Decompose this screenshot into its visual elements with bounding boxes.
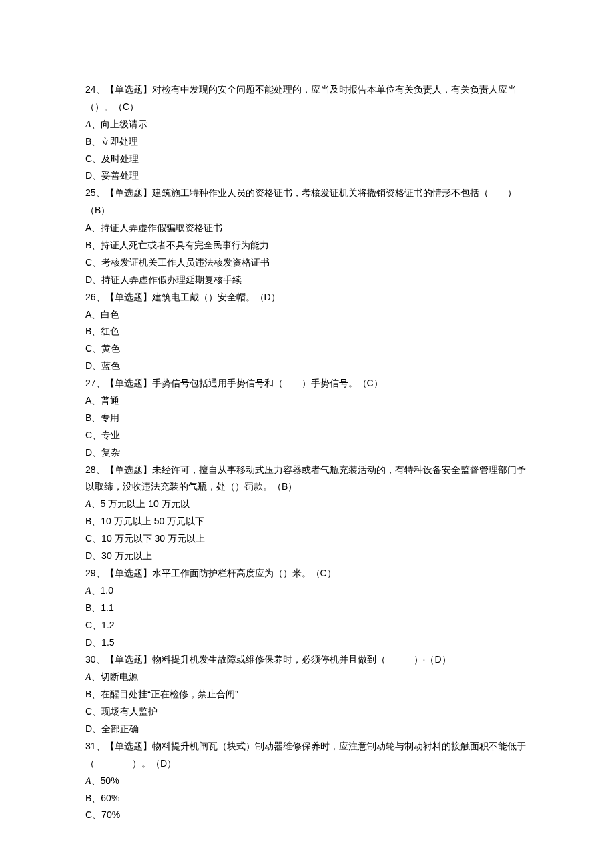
text-line: B、红色 <box>85 323 529 340</box>
text-line: 25、【单选题】建筑施工特种作业人员的资格证书，考核发证机关将撤销资格证书的情形… <box>85 185 529 220</box>
text-line: C、黄色 <box>85 340 529 358</box>
text-line: 28、【单选题】未经许可，擅自从事移动式压力容器或者气瓶充装活动的，有特种设备安… <box>85 462 529 496</box>
text-line: 31、【单选题】物料提升机闸瓦（块式）制动器维修保养时，应注意制动轮与制动衬料的… <box>85 738 529 773</box>
text-line: A、普通 <box>85 392 529 410</box>
text-line: D、妥善处理 <box>85 167 529 185</box>
option-letter: A <box>85 586 91 596</box>
text-line: A、5 万元以上 10 万元以 <box>85 496 529 513</box>
option-text: 、向上级请示 <box>91 119 147 129</box>
text-line: B、60% <box>85 790 529 807</box>
text-line: B、在醒目处挂“正在检修，禁止合闸” <box>85 686 529 703</box>
text-line: B、专用 <box>85 410 529 427</box>
document-body: 24、【单选题】对检有中发现的安全问题不能处理的，应当及时报告本单位有关负责人，… <box>85 81 529 824</box>
option-letter: A <box>85 776 91 786</box>
text-line: C、现场有人监护 <box>85 703 529 721</box>
text-line: D、持证人弄虚作假办理延期复核手续 <box>85 272 529 289</box>
option-letter: A <box>85 499 91 509</box>
option-text: 、1.0 <box>91 585 113 596</box>
text-line: A、向上级请示 <box>85 116 529 133</box>
text-line: 29、【单选题】水平工作面防护栏杆高度应为（）米。（C） <box>85 565 529 582</box>
text-line: A、白色 <box>85 306 529 324</box>
text-line: C、专业 <box>85 427 529 444</box>
text-line: B、立即处理 <box>85 133 529 151</box>
option-text: 、5 万元以上 10 万元以 <box>91 498 190 509</box>
option-text: 、切断电源 <box>91 671 138 682</box>
text-line: D、30 万元以上 <box>85 548 529 565</box>
text-line: A、持证人弄虚作假骗取资格证书 <box>85 220 529 237</box>
text-line: D、全部正确 <box>85 721 529 738</box>
text-line: A、切断电源 <box>85 669 529 686</box>
option-letter: A <box>85 119 91 129</box>
text-line: 24、【单选题】对检有中发现的安全问题不能处理的，应当及时报告本单位有关负责人，… <box>85 81 529 116</box>
text-line: C、及时处理 <box>85 151 529 168</box>
text-line: B、1.1 <box>85 600 529 617</box>
text-line: B、持证人死亡或者不具有完全民事行为能力 <box>85 237 529 254</box>
text-line: A、1.0 <box>85 582 529 600</box>
option-letter: A <box>85 672 91 682</box>
text-line: 27、【单选题】手势信号包括通用手势信号和（ ）手势信号。（C） <box>85 375 529 392</box>
text-line: 26、【单选题】建筑电工戴（）安全帽。（D） <box>85 289 529 306</box>
text-line: C、考核发证机关工作人员违法核发资格证书 <box>85 254 529 272</box>
text-line: D、1.5 <box>85 634 529 652</box>
text-line: C、10 万元以下 30 万元以上 <box>85 530 529 548</box>
text-line: D、复杂 <box>85 444 529 462</box>
text-line: C、70% <box>85 807 529 824</box>
text-line: D、蓝色 <box>85 358 529 375</box>
text-line: B、10 万元以上 50 万元以下 <box>85 513 529 530</box>
option-text: 、50% <box>91 775 119 786</box>
text-line: 30、【单选题】物料提升机发生故障或维修保养时，必须停机并且做到（ ）·（D） <box>85 651 529 669</box>
text-line: C、1.2 <box>85 617 529 634</box>
text-line: A、50% <box>85 773 529 790</box>
